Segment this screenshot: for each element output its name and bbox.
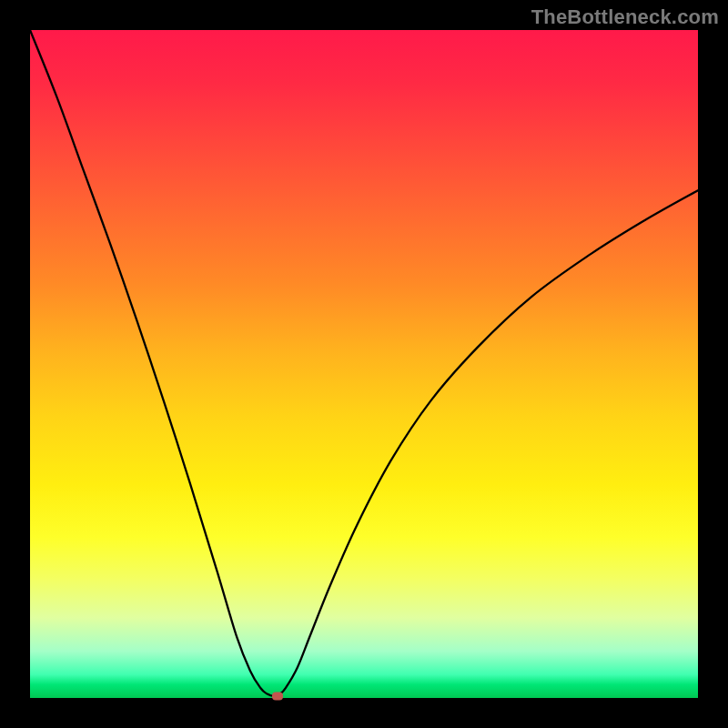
optimum-marker [272,692,283,700]
watermark-text: TheBottleneck.com [531,5,719,29]
plot-area [30,30,698,698]
chart-frame: TheBottleneck.com [0,0,728,728]
bottleneck-curve [30,30,698,698]
